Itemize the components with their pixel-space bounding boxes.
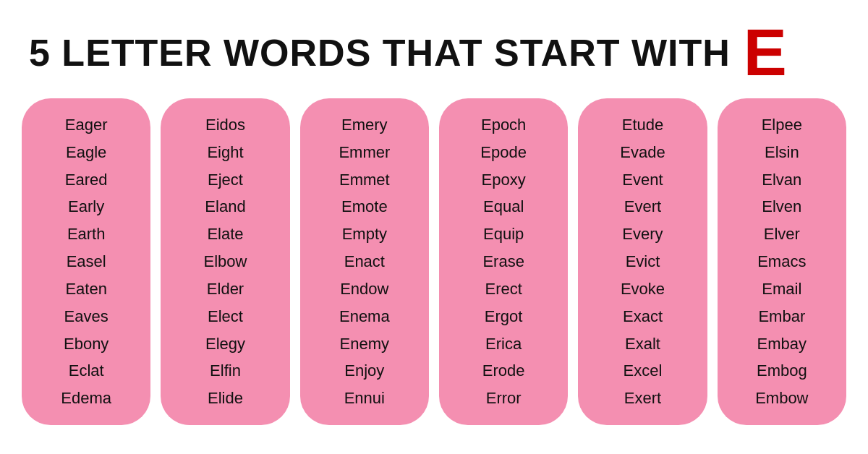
word-item: Eaten	[65, 275, 107, 303]
word-item: Eland	[205, 193, 245, 220]
word-column-3: EmeryEmmerEmmetEmoteEmptyEnactEndowEnema…	[300, 98, 429, 425]
word-item: Edema	[61, 385, 111, 412]
word-column-1: EagerEagleEaredEarlyEarthEaselEatenEaves…	[22, 98, 150, 425]
word-item: Erase	[482, 248, 524, 275]
word-item: Emacs	[757, 248, 806, 275]
word-item: Eclat	[69, 357, 104, 385]
word-item: Elven	[762, 193, 801, 220]
word-item: Emery	[341, 111, 388, 139]
word-item: Exalt	[625, 330, 660, 358]
word-item: Emote	[341, 193, 388, 220]
word-item: Epoch	[481, 111, 526, 139]
word-item: Embar	[758, 303, 805, 330]
word-item: Elsin	[765, 139, 799, 166]
page-header: 5 LETTER WORDS THAT START WITH E	[0, 0, 868, 98]
word-item: Endow	[340, 275, 388, 303]
word-item: Epoxy	[482, 166, 526, 194]
word-item: Erode	[482, 357, 525, 385]
word-column-5: EtudeEvadeEventEvertEveryEvictEvokeExact…	[578, 98, 707, 425]
word-item: Embow	[755, 385, 808, 412]
word-item: Embay	[757, 330, 807, 358]
word-item: Embog	[757, 357, 807, 385]
word-item: Enemy	[340, 330, 389, 358]
word-item: Elbow	[204, 248, 247, 275]
word-item: Error	[486, 385, 522, 412]
word-item: Ennui	[344, 385, 385, 412]
word-item: Elvan	[762, 166, 801, 194]
word-item: Equip	[483, 220, 524, 248]
word-item: Elfin	[210, 357, 241, 385]
word-item: Eject	[208, 166, 243, 194]
word-item: Elide	[208, 385, 243, 412]
word-item: Equal	[483, 193, 524, 220]
word-item: Eight	[207, 139, 243, 166]
word-item: Erica	[485, 330, 522, 358]
word-item: Exert	[624, 385, 661, 412]
word-column-6: ElpeeElsinElvanElvenElverEmacsEmailEmbar…	[718, 98, 846, 425]
word-item: Emmet	[339, 166, 390, 194]
word-item: Early	[68, 193, 104, 220]
word-item: Evert	[624, 193, 661, 220]
word-item: Elect	[208, 303, 243, 330]
word-item: Enact	[344, 248, 385, 275]
word-item: Elver	[764, 220, 800, 248]
word-item: Elder	[207, 275, 244, 303]
word-columns: EagerEagleEaredEarlyEarthEaselEatenEaves…	[0, 98, 868, 425]
word-item: Every	[622, 220, 663, 248]
word-column-4: EpochEpodeEpoxyEqualEquipEraseErectErgot…	[439, 98, 568, 425]
word-item: Evict	[626, 248, 660, 275]
header-letter: E	[744, 20, 787, 85]
word-item: Eared	[65, 166, 108, 194]
word-item: Eagle	[66, 139, 106, 166]
word-item: Eaves	[64, 303, 109, 330]
header-title: 5 LETTER WORDS THAT START WITH	[29, 34, 731, 72]
word-item: Evoke	[621, 275, 665, 303]
word-item: Eager	[65, 111, 108, 139]
word-item: Earth	[67, 220, 106, 248]
word-column-2: EidosEightEjectElandElateElbowElderElect…	[161, 98, 289, 425]
word-item: Erect	[485, 275, 522, 303]
word-item: Empty	[342, 220, 387, 248]
word-item: Enjoy	[344, 357, 384, 385]
word-item: Easel	[67, 248, 106, 275]
word-item: Eidos	[205, 111, 245, 139]
word-item: Etude	[622, 111, 664, 139]
word-item: Evade	[620, 139, 665, 166]
word-item: Excel	[624, 357, 663, 385]
word-item: Event	[622, 166, 663, 194]
word-item: Ebony	[64, 330, 109, 358]
word-item: Elpee	[762, 111, 802, 139]
word-item: Exact	[623, 303, 663, 330]
word-item: Epode	[480, 139, 527, 166]
word-item: Elate	[207, 220, 243, 248]
word-item: Emmer	[339, 139, 390, 166]
word-item: Enema	[339, 303, 390, 330]
word-item: Email	[762, 275, 801, 303]
word-item: Elegy	[205, 330, 245, 358]
word-item: Ergot	[485, 303, 523, 330]
